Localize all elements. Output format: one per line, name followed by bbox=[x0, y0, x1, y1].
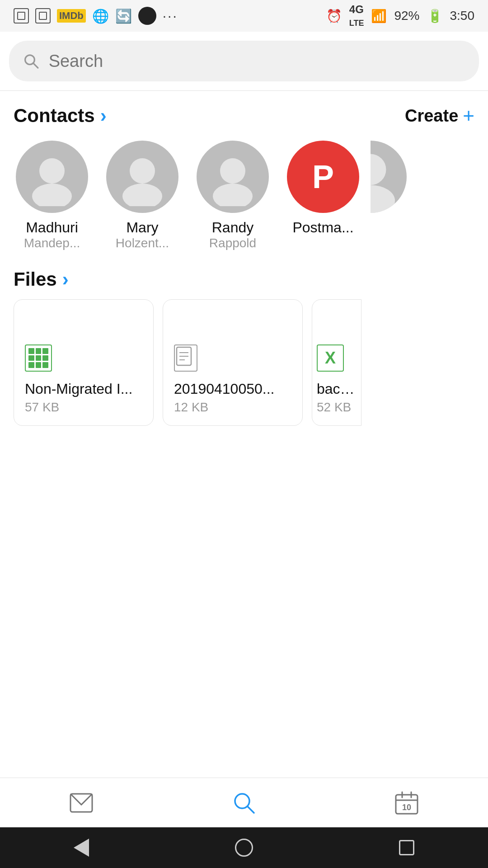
globe1-icon: 🌐 bbox=[92, 8, 109, 24]
contact-item[interactable]: Mary Holzent... bbox=[99, 141, 185, 250]
file-icon-area bbox=[25, 344, 142, 372]
excel-icon: X bbox=[317, 344, 344, 372]
signal-icon: 📶 bbox=[371, 9, 387, 24]
file-card-partial[interactable]: X backu... 52 KB bbox=[312, 299, 361, 426]
contact-first-name: Randy bbox=[212, 219, 254, 236]
contact-item[interactable]: Madhuri Mandep... bbox=[9, 141, 95, 250]
file-card[interactable]: Non-Migrated I... 57 KB bbox=[14, 299, 154, 426]
calendar-icon: 10 bbox=[395, 791, 418, 815]
create-button[interactable]: Create + bbox=[405, 104, 474, 127]
recents-icon bbox=[399, 840, 414, 855]
status-bar-left: IMDb 🌐 🔄 ··· bbox=[14, 7, 178, 25]
back-icon bbox=[74, 839, 89, 857]
file-size: 12 KB bbox=[174, 400, 291, 415]
contact-first-name: Madhuri bbox=[26, 219, 78, 236]
home-icon bbox=[235, 839, 253, 857]
contacts-row: Madhuri Mandep... Mary Holzent... Randy … bbox=[0, 136, 488, 264]
file-size: 57 KB bbox=[25, 400, 142, 415]
globe2-icon: 🔄 bbox=[115, 8, 132, 24]
svg-point-6 bbox=[220, 158, 245, 184]
svg-text:10: 10 bbox=[402, 803, 411, 812]
files-section: Files › Non-Migrated I... 57 KB bbox=[0, 264, 488, 439]
svg-line-16 bbox=[248, 807, 254, 813]
nav-item-mail[interactable] bbox=[0, 778, 163, 827]
create-plus-icon: + bbox=[463, 104, 474, 127]
file-name: 20190410050... bbox=[174, 381, 291, 397]
4glte-icon: 4GLTE bbox=[349, 3, 364, 28]
svg-line-1 bbox=[33, 64, 38, 68]
search-input[interactable] bbox=[49, 52, 465, 71]
files-row: Non-Migrated I... 57 KB 20190410050... 1… bbox=[9, 299, 479, 439]
status-bar: IMDb 🌐 🔄 ··· ⏰ 4GLTE 📶 92% 🔋 3:50 bbox=[0, 0, 488, 32]
file-icon-area bbox=[174, 344, 291, 372]
files-title: Files › bbox=[14, 269, 69, 290]
main-content bbox=[0, 439, 488, 778]
contacts-title[interactable]: Contacts › bbox=[14, 105, 107, 127]
svg-point-9 bbox=[371, 185, 395, 213]
time-label: 3:50 bbox=[450, 9, 475, 23]
camera2-icon bbox=[35, 8, 51, 24]
search-bar[interactable] bbox=[9, 41, 479, 81]
search-nav-icon bbox=[232, 791, 256, 815]
contact-item[interactable]: Randy Rappold bbox=[190, 141, 276, 250]
contact-last-name: Rappold bbox=[209, 236, 256, 250]
contacts-section-header: Contacts › Create + bbox=[0, 91, 488, 136]
contact-item[interactable]: P Postma... bbox=[280, 141, 366, 250]
contact-avatar: P bbox=[287, 141, 359, 213]
more-dots-icon: ··· bbox=[163, 8, 178, 24]
file-card[interactable]: 20190410050... 12 KB bbox=[163, 299, 303, 426]
nav-item-search[interactable] bbox=[163, 778, 325, 827]
contact-last-name: Holzent... bbox=[116, 236, 169, 250]
imdb-icon: IMDb bbox=[57, 9, 86, 23]
status-bar-right: ⏰ 4GLTE 📶 92% 🔋 3:50 bbox=[326, 3, 474, 28]
file-name: backu... bbox=[317, 381, 357, 397]
svg-point-8 bbox=[371, 154, 386, 185]
search-icon bbox=[23, 52, 40, 70]
contact-avatar bbox=[197, 141, 269, 213]
android-nav-bar bbox=[0, 827, 488, 868]
contact-last-name: Mandep... bbox=[24, 236, 80, 250]
svg-point-4 bbox=[130, 158, 155, 184]
back-button[interactable] bbox=[70, 836, 93, 859]
contact-avatar bbox=[371, 141, 407, 213]
contacts-chevron-icon: › bbox=[100, 105, 107, 127]
contact-first-name: Postma... bbox=[292, 219, 353, 236]
document-icon bbox=[174, 344, 197, 372]
files-chevron-icon: › bbox=[62, 269, 69, 290]
file-icon-area: X bbox=[317, 344, 357, 372]
bottom-nav: 10 bbox=[0, 778, 488, 827]
circle-icon bbox=[138, 7, 156, 25]
svg-point-7 bbox=[213, 184, 253, 206]
contact-item-partial[interactable] bbox=[371, 141, 407, 250]
file-name: Non-Migrated I... bbox=[25, 381, 142, 397]
svg-point-5 bbox=[122, 184, 162, 206]
home-button[interactable] bbox=[233, 836, 255, 859]
battery-label: 92% bbox=[394, 9, 419, 23]
camera1-icon bbox=[14, 8, 29, 24]
contact-first-name: Mary bbox=[126, 219, 158, 236]
recents-button[interactable] bbox=[395, 836, 418, 859]
svg-point-2 bbox=[39, 158, 65, 184]
spreadsheet-icon bbox=[25, 344, 52, 372]
mail-icon bbox=[70, 793, 93, 813]
battery-icon: 🔋 bbox=[427, 9, 443, 24]
file-size: 52 KB bbox=[317, 400, 357, 415]
alarm-icon: ⏰ bbox=[326, 9, 342, 24]
contact-avatar bbox=[16, 141, 88, 213]
nav-item-calendar[interactable]: 10 bbox=[325, 778, 488, 827]
svg-point-0 bbox=[25, 55, 35, 65]
files-header[interactable]: Files › bbox=[9, 264, 479, 299]
contact-avatar bbox=[106, 141, 178, 213]
svg-point-3 bbox=[32, 184, 72, 206]
